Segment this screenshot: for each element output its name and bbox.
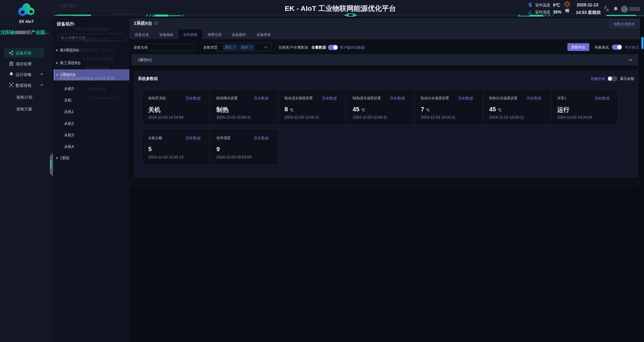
svg-text:A: A xyxy=(607,9,609,12)
